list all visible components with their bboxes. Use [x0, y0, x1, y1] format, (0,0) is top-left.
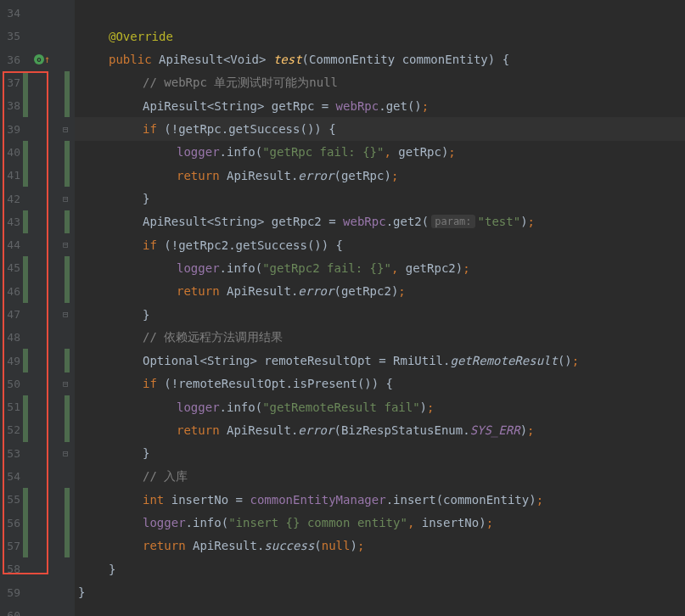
code-line[interactable]: return ApiResult.error(getRpc);: [75, 164, 685, 187]
line-number: 51: [0, 400, 20, 413]
fold-icon[interactable]: ⊟: [63, 309, 69, 320]
code-line[interactable]: @Override: [75, 25, 685, 48]
vcs-change-marker: [65, 488, 70, 511]
vcs-change-marker: [23, 141, 28, 164]
line-number: 34: [0, 7, 20, 20]
code-line[interactable]: ApiResult<String> getRpc = webRpc.get();: [75, 94, 685, 117]
line-number: 50: [0, 378, 20, 390]
code-line[interactable]: }: [75, 557, 685, 580]
line-number: 41: [0, 169, 20, 182]
line-number: 53: [0, 447, 20, 460]
vcs-change-marker: [23, 94, 28, 117]
vcs-change-marker: [65, 280, 70, 303]
line-number: 59: [0, 586, 20, 599]
code-line[interactable]: logger.info("getRemoteResult fail");: [75, 395, 685, 418]
vcs-change-marker: [65, 141, 70, 164]
line-number: 48: [0, 331, 20, 344]
vcs-change-marker: [23, 349, 28, 372]
code-line[interactable]: logger.info("getRpc fail: {}", getRpc);: [75, 141, 685, 164]
code-line[interactable]: if (!remoteResultOpt.isPresent()) {: [75, 372, 685, 395]
override-up-icon[interactable]: ↑: [44, 53, 50, 65]
code-line[interactable]: if (!getRpc2.getSuccess()) {: [75, 233, 685, 256]
vcs-change-marker: [23, 280, 28, 303]
line-number: 58: [0, 563, 20, 575]
code-line[interactable]: [75, 2, 685, 25]
fold-icon[interactable]: ⊟: [63, 239, 69, 250]
vcs-change-marker: [23, 418, 28, 441]
code-line[interactable]: int insertNo = commonEntityManager.inser…: [75, 488, 685, 511]
line-number: 54: [0, 470, 20, 483]
vcs-change-marker: [23, 512, 28, 535]
code-line[interactable]: return ApiResult.error(getRpc2);: [75, 280, 685, 303]
line-number: 37: [0, 76, 20, 89]
vcs-change-marker: [23, 71, 28, 94]
code-line[interactable]: // 依赖远程方法调用结果: [75, 326, 685, 349]
vcs-change-marker: [65, 535, 70, 557]
vcs-change-marker: [23, 535, 28, 557]
code-line[interactable]: logger.info("insert {} common entity", i…: [75, 512, 685, 535]
line-number: 46: [0, 285, 20, 298]
vcs-change-marker: [65, 512, 70, 535]
line-number: 36: [0, 53, 20, 66]
vcs-change-marker: [23, 164, 28, 187]
line-number: 38: [0, 99, 20, 112]
vcs-change-marker: [65, 210, 70, 233]
vcs-change-marker: [23, 395, 28, 418]
line-number: 47: [0, 308, 20, 321]
code-area[interactable]: @Override public ApiResult<Void> test(Co…: [75, 0, 685, 616]
fold-icon[interactable]: ⊟: [63, 378, 69, 389]
override-gutter-icon[interactable]: o: [34, 54, 44, 64]
gutter: 34 35 36o↑ 37 38 39⊟ 40 41 42⊟ 43 44⊟ 45…: [0, 0, 75, 616]
vcs-change-marker: [65, 256, 70, 279]
code-line[interactable]: }: [75, 580, 685, 603]
line-number: 40: [0, 146, 20, 159]
code-line[interactable]: Optional<String> remoteResultOpt = RmiUt…: [75, 349, 685, 372]
code-line[interactable]: }: [75, 303, 685, 326]
line-number: 55: [0, 493, 20, 506]
vcs-change-marker: [65, 164, 70, 187]
line-number: 45: [0, 261, 20, 274]
vcs-change-marker: [65, 418, 70, 441]
line-number: 57: [0, 540, 20, 552]
code-line[interactable]: // webRpc 单元测试时可能为null: [75, 71, 685, 94]
annotation: @Override: [109, 30, 173, 43]
line-number: 60: [0, 609, 20, 616]
code-editor[interactable]: 34 35 36o↑ 37 38 39⊟ 40 41 42⊟ 43 44⊟ 45…: [0, 0, 685, 616]
parameter-hint: param:: [431, 215, 474, 228]
vcs-change-marker: [23, 210, 28, 233]
line-number: 39: [0, 123, 20, 136]
line-number: 43: [0, 216, 20, 228]
line-number: 35: [0, 30, 20, 42]
line-number: 56: [0, 517, 20, 529]
code-line[interactable]: ApiResult<String> getRpc2 = webRpc.get2(…: [75, 210, 685, 233]
code-line[interactable]: // 入库: [75, 465, 685, 488]
code-line[interactable]: }: [75, 187, 685, 210]
code-line-current[interactable]: if (!getRpc.getSuccess()) {: [75, 117, 685, 140]
fold-icon[interactable]: ⊟: [63, 448, 69, 459]
vcs-change-marker: [65, 94, 70, 117]
code-line[interactable]: return ApiResult.error(BizRespStatusEnum…: [75, 418, 685, 441]
vcs-change-marker: [23, 256, 28, 279]
code-line[interactable]: return ApiResult.success(null);: [75, 535, 685, 557]
code-line[interactable]: }: [75, 442, 685, 465]
line-number: 44: [0, 238, 20, 251]
line-number: 49: [0, 355, 20, 367]
line-number: 52: [0, 423, 20, 436]
vcs-change-marker: [65, 395, 70, 418]
vcs-change-marker: [65, 71, 70, 94]
fold-icon[interactable]: ⊟: [63, 124, 69, 135]
vcs-change-marker: [65, 349, 70, 372]
code-line[interactable]: logger.info("getRpc2 fail: {}", getRpc2)…: [75, 256, 685, 279]
vcs-change-marker: [23, 488, 28, 511]
code-line[interactable]: public ApiResult<Void> test(CommonEntity…: [75, 48, 685, 71]
code-line[interactable]: [75, 604, 685, 616]
fold-icon[interactable]: ⊟: [63, 193, 69, 204]
line-number: 42: [0, 193, 20, 205]
